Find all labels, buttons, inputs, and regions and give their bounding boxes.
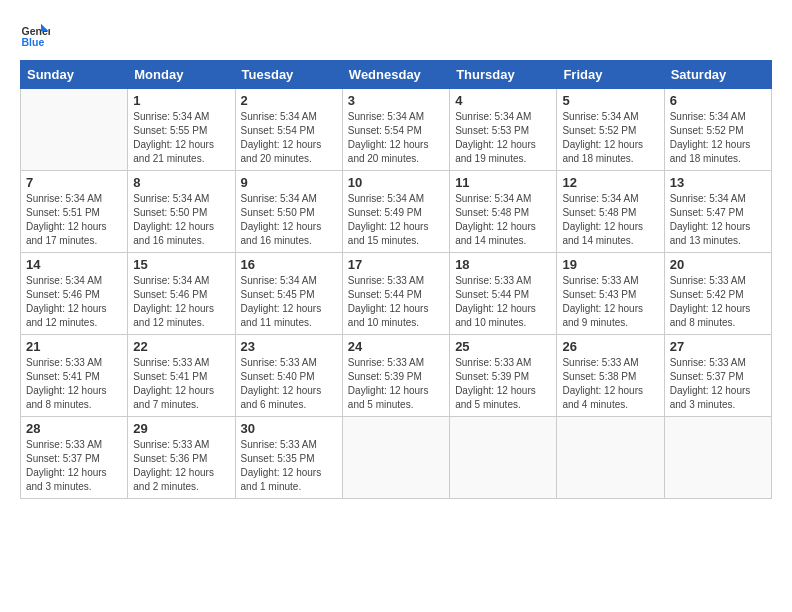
- day-info: Sunrise: 5:34 AM Sunset: 5:51 PM Dayligh…: [26, 192, 122, 248]
- calendar-cell: [21, 89, 128, 171]
- calendar-cell: 29Sunrise: 5:33 AM Sunset: 5:36 PM Dayli…: [128, 417, 235, 499]
- calendar-cell: [664, 417, 771, 499]
- day-info: Sunrise: 5:34 AM Sunset: 5:55 PM Dayligh…: [133, 110, 229, 166]
- day-info: Sunrise: 5:33 AM Sunset: 5:42 PM Dayligh…: [670, 274, 766, 330]
- day-number: 7: [26, 175, 122, 190]
- day-info: Sunrise: 5:34 AM Sunset: 5:54 PM Dayligh…: [241, 110, 337, 166]
- calendar-table: SundayMondayTuesdayWednesdayThursdayFrid…: [20, 60, 772, 499]
- calendar-cell: 28Sunrise: 5:33 AM Sunset: 5:37 PM Dayli…: [21, 417, 128, 499]
- calendar-week-3: 14Sunrise: 5:34 AM Sunset: 5:46 PM Dayli…: [21, 253, 772, 335]
- calendar-cell: 2Sunrise: 5:34 AM Sunset: 5:54 PM Daylig…: [235, 89, 342, 171]
- day-info: Sunrise: 5:33 AM Sunset: 5:37 PM Dayligh…: [26, 438, 122, 494]
- calendar-cell: 19Sunrise: 5:33 AM Sunset: 5:43 PM Dayli…: [557, 253, 664, 335]
- header-tuesday: Tuesday: [235, 61, 342, 89]
- day-number: 24: [348, 339, 444, 354]
- day-number: 5: [562, 93, 658, 108]
- day-info: Sunrise: 5:33 AM Sunset: 5:44 PM Dayligh…: [348, 274, 444, 330]
- day-info: Sunrise: 5:34 AM Sunset: 5:48 PM Dayligh…: [562, 192, 658, 248]
- calendar-cell: 7Sunrise: 5:34 AM Sunset: 5:51 PM Daylig…: [21, 171, 128, 253]
- day-number: 13: [670, 175, 766, 190]
- calendar-cell: [342, 417, 449, 499]
- day-info: Sunrise: 5:34 AM Sunset: 5:46 PM Dayligh…: [133, 274, 229, 330]
- calendar-cell: 22Sunrise: 5:33 AM Sunset: 5:41 PM Dayli…: [128, 335, 235, 417]
- day-number: 21: [26, 339, 122, 354]
- day-info: Sunrise: 5:34 AM Sunset: 5:45 PM Dayligh…: [241, 274, 337, 330]
- calendar-week-1: 1Sunrise: 5:34 AM Sunset: 5:55 PM Daylig…: [21, 89, 772, 171]
- day-number: 30: [241, 421, 337, 436]
- day-number: 11: [455, 175, 551, 190]
- header-monday: Monday: [128, 61, 235, 89]
- day-info: Sunrise: 5:34 AM Sunset: 5:53 PM Dayligh…: [455, 110, 551, 166]
- calendar-cell: 11Sunrise: 5:34 AM Sunset: 5:48 PM Dayli…: [450, 171, 557, 253]
- calendar-cell: 23Sunrise: 5:33 AM Sunset: 5:40 PM Dayli…: [235, 335, 342, 417]
- day-number: 4: [455, 93, 551, 108]
- calendar-cell: 26Sunrise: 5:33 AM Sunset: 5:38 PM Dayli…: [557, 335, 664, 417]
- calendar-cell: 17Sunrise: 5:33 AM Sunset: 5:44 PM Dayli…: [342, 253, 449, 335]
- calendar-cell: 13Sunrise: 5:34 AM Sunset: 5:47 PM Dayli…: [664, 171, 771, 253]
- calendar-cell: 6Sunrise: 5:34 AM Sunset: 5:52 PM Daylig…: [664, 89, 771, 171]
- day-number: 15: [133, 257, 229, 272]
- day-number: 12: [562, 175, 658, 190]
- day-info: Sunrise: 5:33 AM Sunset: 5:39 PM Dayligh…: [348, 356, 444, 412]
- calendar-week-4: 21Sunrise: 5:33 AM Sunset: 5:41 PM Dayli…: [21, 335, 772, 417]
- day-number: 19: [562, 257, 658, 272]
- calendar-cell: 10Sunrise: 5:34 AM Sunset: 5:49 PM Dayli…: [342, 171, 449, 253]
- calendar-cell: 9Sunrise: 5:34 AM Sunset: 5:50 PM Daylig…: [235, 171, 342, 253]
- day-info: Sunrise: 5:33 AM Sunset: 5:43 PM Dayligh…: [562, 274, 658, 330]
- day-number: 8: [133, 175, 229, 190]
- header-saturday: Saturday: [664, 61, 771, 89]
- calendar-cell: 3Sunrise: 5:34 AM Sunset: 5:54 PM Daylig…: [342, 89, 449, 171]
- day-number: 3: [348, 93, 444, 108]
- day-number: 14: [26, 257, 122, 272]
- day-number: 1: [133, 93, 229, 108]
- day-info: Sunrise: 5:33 AM Sunset: 5:41 PM Dayligh…: [26, 356, 122, 412]
- day-info: Sunrise: 5:33 AM Sunset: 5:38 PM Dayligh…: [562, 356, 658, 412]
- day-number: 18: [455, 257, 551, 272]
- logo-icon: General Blue: [20, 20, 50, 50]
- header-thursday: Thursday: [450, 61, 557, 89]
- calendar-week-2: 7Sunrise: 5:34 AM Sunset: 5:51 PM Daylig…: [21, 171, 772, 253]
- calendar-cell: 27Sunrise: 5:33 AM Sunset: 5:37 PM Dayli…: [664, 335, 771, 417]
- day-info: Sunrise: 5:33 AM Sunset: 5:36 PM Dayligh…: [133, 438, 229, 494]
- day-number: 2: [241, 93, 337, 108]
- day-info: Sunrise: 5:34 AM Sunset: 5:50 PM Dayligh…: [133, 192, 229, 248]
- day-number: 9: [241, 175, 337, 190]
- day-info: Sunrise: 5:33 AM Sunset: 5:41 PM Dayligh…: [133, 356, 229, 412]
- day-info: Sunrise: 5:34 AM Sunset: 5:52 PM Dayligh…: [562, 110, 658, 166]
- page-header: General Blue: [20, 20, 772, 50]
- day-number: 23: [241, 339, 337, 354]
- calendar-cell: 24Sunrise: 5:33 AM Sunset: 5:39 PM Dayli…: [342, 335, 449, 417]
- calendar-cell: [450, 417, 557, 499]
- day-number: 28: [26, 421, 122, 436]
- day-number: 25: [455, 339, 551, 354]
- day-info: Sunrise: 5:34 AM Sunset: 5:52 PM Dayligh…: [670, 110, 766, 166]
- day-number: 29: [133, 421, 229, 436]
- calendar-cell: 8Sunrise: 5:34 AM Sunset: 5:50 PM Daylig…: [128, 171, 235, 253]
- day-info: Sunrise: 5:33 AM Sunset: 5:37 PM Dayligh…: [670, 356, 766, 412]
- calendar-cell: 16Sunrise: 5:34 AM Sunset: 5:45 PM Dayli…: [235, 253, 342, 335]
- calendar-cell: 25Sunrise: 5:33 AM Sunset: 5:39 PM Dayli…: [450, 335, 557, 417]
- day-info: Sunrise: 5:34 AM Sunset: 5:50 PM Dayligh…: [241, 192, 337, 248]
- calendar-cell: 1Sunrise: 5:34 AM Sunset: 5:55 PM Daylig…: [128, 89, 235, 171]
- calendar-week-5: 28Sunrise: 5:33 AM Sunset: 5:37 PM Dayli…: [21, 417, 772, 499]
- calendar-cell: 30Sunrise: 5:33 AM Sunset: 5:35 PM Dayli…: [235, 417, 342, 499]
- day-number: 27: [670, 339, 766, 354]
- day-info: Sunrise: 5:34 AM Sunset: 5:47 PM Dayligh…: [670, 192, 766, 248]
- header-wednesday: Wednesday: [342, 61, 449, 89]
- calendar-cell: 12Sunrise: 5:34 AM Sunset: 5:48 PM Dayli…: [557, 171, 664, 253]
- day-number: 22: [133, 339, 229, 354]
- calendar-cell: 21Sunrise: 5:33 AM Sunset: 5:41 PM Dayli…: [21, 335, 128, 417]
- calendar-cell: 4Sunrise: 5:34 AM Sunset: 5:53 PM Daylig…: [450, 89, 557, 171]
- day-info: Sunrise: 5:34 AM Sunset: 5:48 PM Dayligh…: [455, 192, 551, 248]
- day-info: Sunrise: 5:33 AM Sunset: 5:44 PM Dayligh…: [455, 274, 551, 330]
- day-info: Sunrise: 5:33 AM Sunset: 5:40 PM Dayligh…: [241, 356, 337, 412]
- day-info: Sunrise: 5:34 AM Sunset: 5:54 PM Dayligh…: [348, 110, 444, 166]
- day-number: 16: [241, 257, 337, 272]
- day-number: 26: [562, 339, 658, 354]
- day-info: Sunrise: 5:34 AM Sunset: 5:49 PM Dayligh…: [348, 192, 444, 248]
- day-info: Sunrise: 5:34 AM Sunset: 5:46 PM Dayligh…: [26, 274, 122, 330]
- day-number: 6: [670, 93, 766, 108]
- calendar-cell: 20Sunrise: 5:33 AM Sunset: 5:42 PM Dayli…: [664, 253, 771, 335]
- header-sunday: Sunday: [21, 61, 128, 89]
- calendar-cell: [557, 417, 664, 499]
